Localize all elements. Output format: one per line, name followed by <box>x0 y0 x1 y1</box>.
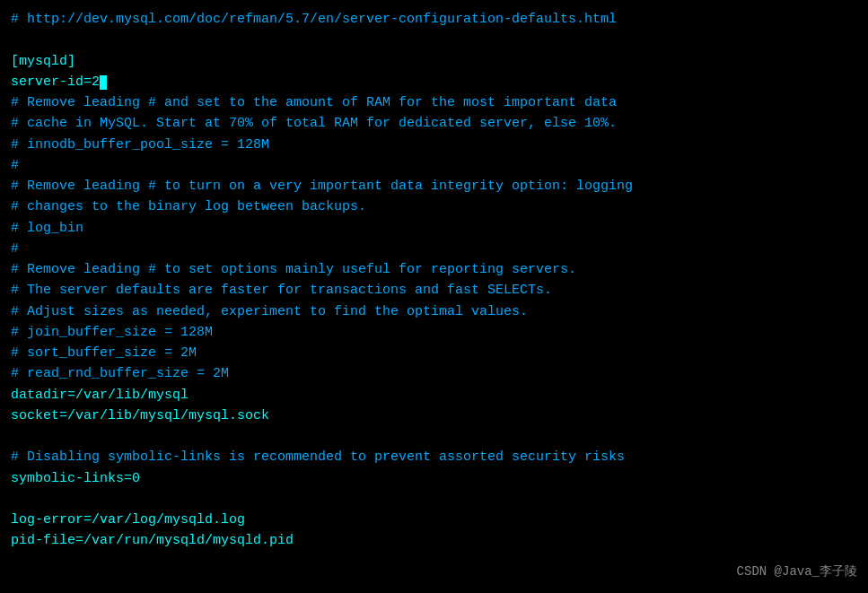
line-blank-2 <box>11 426 857 447</box>
terminal: # http://dev.mysql.com/doc/refman/5.7/en… <box>0 0 868 593</box>
line-comment-6: # changes to the binary log between back… <box>11 196 857 217</box>
line-comment-13: # sort_buffer_size = 2M <box>11 343 857 363</box>
line-blank-1 <box>11 30 857 50</box>
line-comment-4: # <box>11 155 857 176</box>
line-comment-11: # Adjust sizes as needed, experiment to … <box>11 301 857 322</box>
line-blank-3 <box>11 489 857 510</box>
line-comment-2: # cache in MySQL. Start at 70% of total … <box>11 113 857 134</box>
line-url: # http://dev.mysql.com/doc/refman/5.7/en… <box>11 9 857 30</box>
line-comment-12: # join_buffer_size = 128M <box>11 322 857 343</box>
watermark: CSDN @Java_李子陵 <box>737 562 857 582</box>
line-comment-5: # Remove leading # to turn on a very imp… <box>11 176 857 196</box>
line-comment-7: # log_bin <box>11 218 857 239</box>
line-comment-3: # innodb_buffer_pool_size = 128M <box>11 135 857 155</box>
line-symbolic-links: symbolic-links=0 <box>11 468 857 489</box>
line-datadir: datadir=/var/lib/mysql <box>11 385 857 406</box>
line-server-id[interactable]: server-id=2 <box>11 72 857 92</box>
line-socket: socket=/var/lib/mysql/mysql.sock <box>11 406 857 426</box>
line-comment-14: # read_rnd_buffer_size = 2M <box>11 363 857 384</box>
line-pid-file: pid-file=/var/run/mysqld/mysqld.pid <box>11 530 857 551</box>
server-id-text: server-id=2 <box>11 74 100 90</box>
line-comment-1: # Remove leading # and set to the amount… <box>11 92 857 113</box>
line-symbolic-comment: # Disabling symbolic-links is recommende… <box>11 447 857 467</box>
line-comment-9: # Remove leading # to set options mainly… <box>11 259 857 280</box>
cursor-block <box>100 75 107 90</box>
line-comment-8: # <box>11 239 857 259</box>
line-mysqld: [mysqld] <box>11 51 857 72</box>
line-comment-10: # The server defaults are faster for tra… <box>11 280 857 301</box>
line-log-error: log-error=/var/log/mysqld.log <box>11 510 857 530</box>
